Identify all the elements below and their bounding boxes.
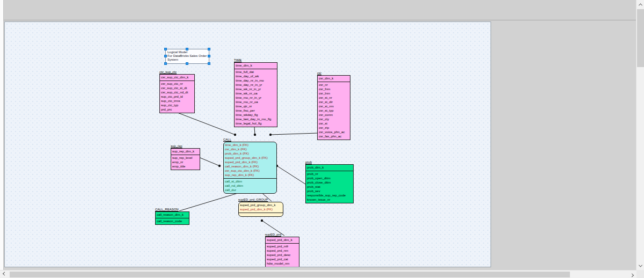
attribute-row: suped_prd_desc [267, 253, 298, 257]
relationship-line[interactable] [179, 191, 245, 211]
entity-name-label: csr_sup_ctc [159, 70, 177, 74]
attribute-row: sup_rep_dim_k [172, 149, 199, 153]
attributes-section: sup_rep_levelemp_nremp_title [171, 155, 200, 170]
attribute-row: known_issue_nr [307, 197, 352, 202]
attribute-row: sup_rep_dim_k (FK) [225, 173, 275, 177]
attribute-row: call_nd_dttm [225, 184, 275, 188]
relationship-line[interactable] [277, 166, 305, 184]
scroll-right-button[interactable] [627, 270, 636, 278]
entity-csr[interactable]: csrcsr_dim_kcsr_nrcsr_fnmcsr_lnmcsr_st_n… [317, 75, 350, 140]
attribute-row: emp_title [172, 164, 199, 169]
attribute-row: prob_open_dttm [307, 176, 352, 180]
selection-handle[interactable] [186, 62, 188, 65]
top-chrome-band [4, 0, 636, 20]
vertical-scrollbar[interactable] [636, 0, 644, 270]
entity-supED_prd_GROUP[interactable]: supED_prd_GROUPsuped_prd_group_dim_ksupe… [238, 202, 283, 217]
attribute-row: csr_st_typ [319, 108, 349, 113]
scroll-down-button[interactable] [636, 261, 644, 270]
attribute-row: prob_dim_k [307, 165, 352, 170]
attribute-row: call_dur [225, 188, 275, 192]
key-attributes-section: csr_sup_ctc_dim_k [160, 75, 194, 81]
selection-handle[interactable] [186, 48, 188, 50]
attribute-row: sup_ctc_typ [161, 103, 193, 107]
attributes-section: time_full_dattime_day_of_wktime_day_nr_i… [235, 69, 277, 127]
entity-name-label: TIME [234, 58, 241, 62]
attribute-row: time_last_day_in_mo_flg [236, 117, 276, 121]
attributes-section: call_st_dttmcall_nd_dttmcall_dur [224, 179, 276, 193]
attribute-row: time_day_nr_in_mo [236, 78, 276, 83]
scroll-left-button[interactable] [0, 270, 9, 278]
selection-handle[interactable] [208, 62, 210, 65]
attribute-row: hdw_typ [267, 266, 298, 267]
entity-name-label: supED_prd_GROUP [238, 198, 268, 202]
scroll-up-button[interactable] [636, 0, 644, 9]
selection-handle[interactable] [208, 55, 210, 57]
left-panel-edge [0, 0, 4, 270]
attribute-row: time_dim_k (FK) [225, 143, 275, 147]
attribute-row: time_fisc_per [236, 108, 276, 113]
entity-supED_prd[interactable]: supED_prdsuped_prd_dim_ksuped_prd_mfrsup… [265, 237, 299, 267]
entity-csr_sup_ctc[interactable]: csr_sup_ctccsr_sup_ctc_dim_kcsr_sup_ctc_… [159, 74, 195, 113]
key-attributes-section: time_dim_k [235, 63, 277, 69]
relationship-end-dot [218, 165, 221, 167]
attribute-row: csr_lnm [319, 91, 349, 96]
entity-name-label: supED_prd [265, 233, 281, 237]
attributes-section: suped_prd_mfrsuped_prd_nmsuped_prd_descs… [266, 244, 299, 267]
key-attributes-section: sup_rep_dim_k [171, 149, 200, 155]
attribute-row: hdw_model_nm [267, 261, 298, 266]
attribute-row: responsible_sup_rep_code [307, 193, 352, 197]
diagram-note-textbox[interactable]: Logical Model For DataBricks Sales Order… [165, 49, 209, 64]
attribute-row: csr_voice_phn_ac [319, 130, 349, 134]
entity-prob[interactable]: probprob_dim_kprob_nrprob_open_dttmprob_… [305, 164, 354, 203]
attribute-row: csr_st_dir [319, 100, 349, 104]
attribute-row: csr_sup_ctc_st_dt [161, 86, 193, 90]
selection-handle[interactable] [164, 62, 167, 65]
entity-sup_rep[interactable]: sup_repsup_rep_dim_ksup_rep_levelemp_nre… [171, 148, 200, 170]
attribute-row: csr_conm [319, 113, 349, 117]
attribute-row: time_mo_nr_in_yr [236, 96, 276, 100]
selection-handle[interactable] [208, 48, 210, 50]
relationship-end-dot [254, 134, 256, 136]
vertical-scrollbar-thumb[interactable] [637, 9, 644, 67]
attribute-row: prob_nr [307, 172, 352, 176]
attribute-row: time_full_dat [236, 70, 276, 74]
entity-CALL[interactable]: CALLtime_dim_k (FK)csr_dim_k (FK)prob_di… [223, 142, 277, 194]
note-line: System [167, 58, 207, 62]
relationship-line[interactable] [200, 158, 219, 166]
relationship-line[interactable] [178, 113, 235, 135]
entity-TIME[interactable]: TIMEtime_dim_ktime_full_dattime_day_of_w… [234, 62, 277, 127]
selection-handle[interactable] [164, 48, 167, 50]
attribute-row: suped_prd_dim_k [267, 238, 298, 242]
attribute-row: csr_sup_ctc_nr [161, 82, 193, 86]
horizontal-scrollbar[interactable] [0, 270, 636, 278]
entity-CALL_REASON[interactable]: CALL_REASONcall_reason_dim_kcall_reason_… [155, 211, 189, 225]
attributes-section: call_reason_code [156, 218, 189, 224]
attribute-row: time_wk_nr_in_yr [236, 87, 276, 91]
attribute-row: csr_sup_ctc_dim_k [161, 75, 193, 79]
selection-handle[interactable] [164, 55, 167, 57]
attribute-row: csr_nr [319, 83, 349, 87]
entity-box: csr_sup_ctc_dim_kcsr_sup_ctc_nrcsr_sup_c… [159, 74, 195, 113]
attribute-row: call_reason_dim_k (FK) [225, 164, 275, 169]
attribute-row: time_day_nr_in_yr [236, 83, 276, 87]
entity-name-label: csr [317, 71, 321, 75]
entity-box: suped_prd_group_dim_ksuped_prd_dim_k (FK… [238, 202, 283, 217]
chevron-down-icon [639, 263, 642, 267]
horizontal-scrollbar-thumb[interactable] [10, 272, 570, 277]
attribute-row: csr_st_nm [319, 104, 349, 108]
attribute-row: time_qtr_nr [236, 104, 276, 108]
diagram-canvas[interactable]: Logical Model For DataBricks Sales Order… [4, 21, 491, 267]
entity-box: time_dim_k (FK)csr_dim_k (FK)prob_dim_k … [223, 142, 277, 194]
attribute-row: sup_rep_level [172, 156, 199, 160]
attribute-row: csr_dim_k [319, 76, 349, 81]
key-attributes-section: prob_dim_k [306, 165, 353, 171]
attribute-row: csr_sup_ctc_nd_dt [161, 90, 193, 94]
key-attributes-section: time_dim_k (FK)csr_dim_k (FK)prob_dim_k … [224, 142, 276, 179]
attribute-row: suped_prd_group_dim_k (FK) [225, 156, 275, 160]
attributes-section: prob_nrprob_open_dttmprob_close_dttmprob… [306, 171, 353, 203]
relationship-line[interactable] [270, 133, 317, 135]
note-line: For DataBricks Sales Order [167, 54, 207, 58]
attribute-row: csr_st [319, 121, 349, 126]
entity-box: time_dim_ktime_full_dattime_day_of_wktim… [234, 62, 277, 127]
attribute-row: suped_prd_nm [267, 248, 298, 253]
